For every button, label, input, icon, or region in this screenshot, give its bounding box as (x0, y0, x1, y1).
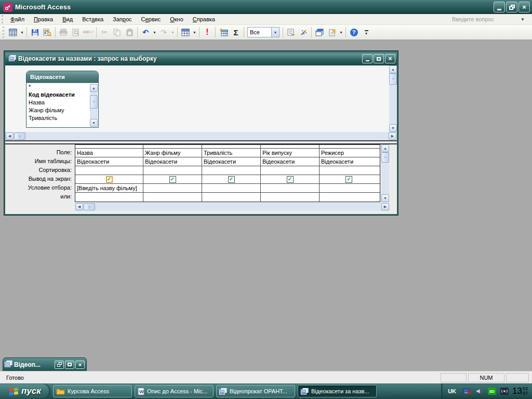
show-cell[interactable]: ✓ (143, 175, 202, 183)
volume-icon[interactable] (475, 387, 484, 395)
field-item-kod-videokasety[interactable]: Код відеокасети (26, 91, 98, 99)
menu-help[interactable]: Справка (188, 15, 220, 24)
menu-window[interactable]: Окно (165, 15, 188, 24)
3d-utility-icon[interactable]: 3D (487, 387, 496, 395)
run-button[interactable]: ! (202, 26, 213, 38)
field-item-nazva[interactable]: Назва (26, 99, 98, 107)
undo-dropdown-arrow[interactable]: ▼ (152, 26, 157, 38)
field-cell[interactable]: Назва (75, 149, 143, 157)
top-values-combobox[interactable]: Все ▼ (247, 27, 280, 37)
or-cell[interactable] (320, 193, 378, 202)
undo-button[interactable]: ↶ (140, 26, 151, 38)
query-window-titlebar[interactable]: Відеокасети за назвами : запрос на выбор… (5, 52, 397, 65)
table-pane-vertical-scrollbar[interactable]: ▲ ≡ ▼ (389, 65, 397, 132)
show-checkbox[interactable]: ✓ (228, 176, 235, 183)
minimize-button[interactable] (494, 2, 505, 12)
taskbar-button-videoprokat[interactable]: Відеопрокат ОРАНТ... (216, 385, 295, 397)
build-button[interactable] (298, 26, 309, 38)
totals-button[interactable]: Σ (230, 26, 242, 38)
chevron-down-icon[interactable]: ▼ (521, 17, 525, 22)
sort-cell[interactable] (261, 166, 320, 175)
field-list-scrollbar[interactable]: ▲ ≡ ▼ (90, 84, 98, 127)
scrollbar-thumb[interactable]: ||| (14, 132, 25, 140)
file-search-button[interactable] (42, 26, 53, 38)
grid-header-strip[interactable] (75, 145, 380, 149)
taskbar-clock[interactable]: 13 53 07 (512, 386, 528, 396)
scrollbar-thumb[interactable]: ≡ (389, 73, 397, 85)
criteria-cell[interactable] (261, 184, 320, 192)
query-type-button[interactable] (180, 26, 191, 38)
new-object-button[interactable] (326, 26, 338, 38)
scroll-down-icon[interactable]: ▼ (381, 194, 389, 202)
menu-insert[interactable]: Вставка (77, 15, 108, 24)
scrollbar-thumb[interactable]: ||| (84, 203, 95, 210)
table-cell[interactable]: Відеокасети (202, 157, 261, 166)
query-type-dropdown-arrow[interactable]: ▼ (192, 26, 197, 38)
scroll-up-icon[interactable]: ▲ (389, 65, 397, 73)
sort-cell[interactable] (143, 166, 202, 175)
show-checkbox[interactable]: ✓ (169, 176, 176, 183)
field-item-tryvalist[interactable]: Тривалість (26, 114, 98, 122)
or-cell[interactable] (75, 193, 143, 202)
field-cell[interactable]: Рік випуску (261, 149, 320, 157)
show-cell[interactable]: ✓ (320, 175, 378, 183)
scrollbar-thumb[interactable]: ≡ (90, 95, 98, 109)
pane-splitter[interactable] (5, 140, 397, 144)
table-cell[interactable]: Відеокасети (320, 157, 378, 166)
criteria-cell[interactable] (320, 184, 378, 192)
show-cell[interactable]: ✓ (75, 175, 143, 183)
taskbar-button-word-document[interactable]: W Опис до Access - Міс... (135, 385, 214, 397)
show-checkbox[interactable]: ✓ (287, 176, 294, 183)
or-cell[interactable] (261, 193, 320, 202)
ask-question-input[interactable]: Введите вопрос ▼ (452, 16, 525, 22)
query-maximize-button[interactable] (374, 54, 384, 63)
scrollbar-thumb[interactable]: ≡ (381, 152, 389, 163)
minimized-database-window[interactable]: Відеоп... × (3, 357, 87, 371)
toolbar-drag-handle[interactable] (3, 26, 5, 38)
menu-query[interactable]: Запрос (108, 15, 136, 24)
minwin-restore-button[interactable] (55, 361, 64, 369)
grid-vertical-scrollbar[interactable]: ▲ ≡ ▼ (381, 144, 389, 202)
sort-cell[interactable] (202, 166, 261, 175)
criteria-cell[interactable]: [Введіть назву фільму] (75, 184, 143, 192)
scroll-right-icon[interactable]: ▶ (389, 132, 396, 140)
menubar-drag-handle[interactable] (2, 15, 4, 23)
network-disconnected-icon[interactable] (462, 387, 471, 395)
taskbar-button-kursova-access[interactable]: Курсова Access (53, 385, 132, 397)
menu-file[interactable]: Файл (6, 15, 29, 24)
field-cell[interactable]: Жанр фільму (143, 149, 202, 157)
properties-button[interactable] (285, 26, 297, 38)
show-table-button[interactable] (218, 26, 229, 38)
start-button[interactable]: пуск (0, 383, 50, 399)
table-pane-horizontal-scrollbar[interactable]: ◀ ||| ▶ (5, 132, 397, 140)
sort-cell[interactable] (320, 166, 378, 175)
new-object-dropdown-arrow[interactable]: ▼ (338, 26, 344, 38)
field-item-star[interactable]: * (26, 83, 98, 91)
table-cell[interactable]: Відеокасети (143, 157, 202, 166)
show-checkbox[interactable]: ✓ (345, 176, 352, 183)
or-cell[interactable] (143, 193, 202, 202)
field-cell[interactable]: Тривалість (202, 149, 261, 157)
database-window-button[interactable] (314, 26, 325, 38)
table-cell[interactable]: Відеокасети (261, 157, 320, 166)
grid-horizontal-scrollbar[interactable]: ◀ ||| ▶ (75, 203, 390, 211)
field-item-zhanr-filmu[interactable]: Жанр фільму (26, 107, 98, 114)
query-close-button[interactable]: × (385, 54, 395, 63)
toolbar-options-button[interactable]: ▼ (361, 26, 372, 38)
menu-view[interactable]: Вид (58, 15, 77, 24)
show-cell[interactable]: ✓ (261, 175, 320, 183)
field-list-caption[interactable]: Відеокасети (26, 71, 98, 83)
table-cell[interactable]: Відеокасети (75, 157, 143, 166)
language-indicator[interactable]: UK (445, 387, 459, 395)
combo-dropdown-arrow[interactable]: ▼ (271, 28, 279, 37)
minwin-close-button[interactable]: × (75, 361, 85, 369)
close-button[interactable]: × (518, 2, 530, 12)
scroll-right-icon[interactable]: ▶ (381, 203, 389, 210)
query-minimize-button[interactable] (362, 54, 373, 63)
criteria-cell[interactable] (202, 184, 261, 192)
view-dropdown-arrow[interactable]: ▼ (19, 26, 25, 38)
help-button[interactable]: ? (348, 26, 360, 38)
save-button[interactable] (29, 26, 41, 38)
show-checkbox[interactable]: ✓ (106, 176, 113, 183)
criteria-cell[interactable] (143, 184, 202, 192)
